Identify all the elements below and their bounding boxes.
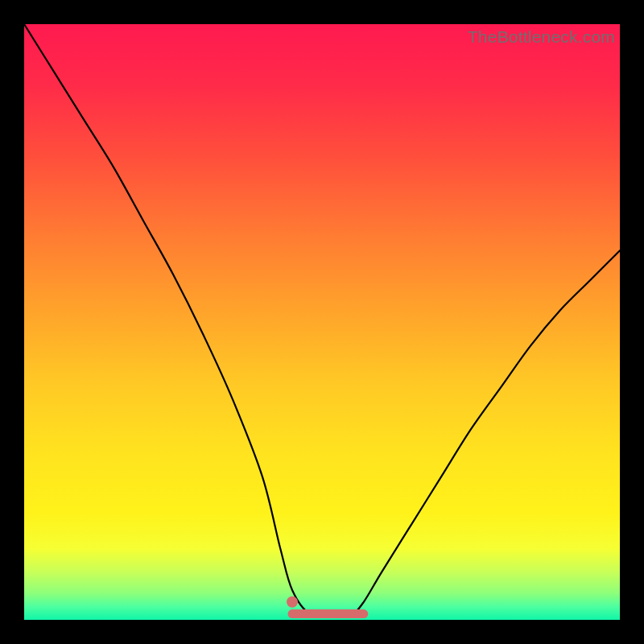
background-gradient bbox=[24, 24, 620, 620]
svg-rect-0 bbox=[24, 24, 620, 620]
chart-frame: TheBottleneck.com bbox=[24, 24, 620, 620]
watermark-text: TheBottleneck.com bbox=[468, 27, 615, 47]
